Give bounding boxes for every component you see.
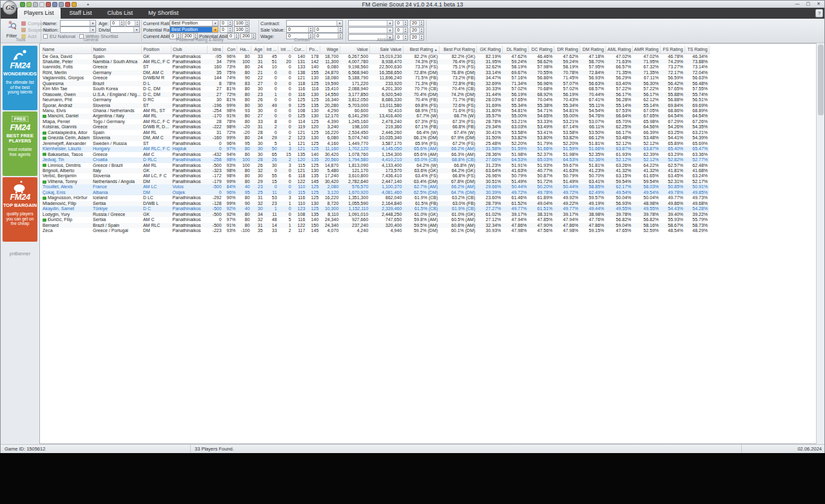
column-header-amr-rating[interactable]: AMR Rating <box>632 46 660 53</box>
cell: Panathinaikos <box>171 119 208 124</box>
table-row[interactable]: Otasowie, OwenU.S.A. / England / Nig...D… <box>41 92 709 97</box>
age-to-spinner[interactable]: 0▴▾ <box>126 20 140 26</box>
table-row[interactable]: Jeremejeff, AlexanderSweden / RussiaSTPa… <box>41 141 709 146</box>
sale-value-to-spinner[interactable]: 0▴▾ <box>315 26 343 33</box>
column-header-fs-rating[interactable]: FS Rating <box>660 46 684 53</box>
table-row[interactable]: Lodygin, YuryRussia / GreeceGKPanathinai… <box>41 212 709 217</box>
table-row[interactable]: Mancini, DanielArgentina / ItalyAM RLPan… <box>41 113 709 119</box>
banner-wonderkids[interactable]: FM24 WONDERKIDS the ultimate list of the… <box>3 46 37 110</box>
table-row[interactable]: Kim Min TaeSouth KoreaD C, DMPanathinaik… <box>41 86 709 92</box>
attribute-to-spinner-2[interactable]: 20▴▾ <box>410 27 424 34</box>
table-row[interactable]: Mlapa, PenielTogo / GermanyAM RLC, F CPa… <box>41 119 709 124</box>
table-row[interactable]: Akaydin, SametTürkiyeD CPanathinaikos-50… <box>41 206 709 211</box>
table-row[interactable]: Gnezda Čerin, AdamSloveniaDM, AM CPanath… <box>41 135 709 141</box>
table-row[interactable]: Ioannidis, FotisGreeceSTPanathinaikos160… <box>41 64 709 70</box>
potential-rating-combobox[interactable]: Best Position▾ <box>170 26 218 33</box>
vertical-scrollbar[interactable] <box>816 43 824 444</box>
attribute-from-spinner-2[interactable]: 0▴▾ <box>395 27 408 34</box>
attribute-from-spinner-1[interactable]: 0▴▾ <box>395 20 408 26</box>
column-header-dl-rating[interactable]: DL Rating <box>502 46 528 53</box>
table-row[interactable]: QuaresmaBrazilD LPanathinaikos878%832700… <box>41 81 709 86</box>
table-row[interactable]: Limnios, DimitrisGreece / BrazilAM RLPan… <box>41 163 709 168</box>
tab-my-shortlist[interactable]: My Shortlist <box>142 8 185 19</box>
column-header-best-pot-rating[interactable]: Best Pot Rating <box>439 46 476 53</box>
table-row[interactable]: Trouillet, AlexisFranceAM LCVolos-50084%… <box>41 184 709 189</box>
table-row[interactable]: Šporar, AndražSloveniaSTPanathinaikos-19… <box>41 103 709 108</box>
column-header-ha[interactable]: Ha... <box>237 46 251 53</box>
division-combobox[interactable]: ▾ <box>110 26 140 33</box>
column-header-position[interactable]: Position <box>142 46 171 53</box>
table-row[interactable]: ZecaGreece / PortugalDMPanathinaikos-223… <box>41 228 709 233</box>
column-header-nation[interactable]: Nation <box>92 46 142 53</box>
column-header-int[interactable]: Int ... <box>278 46 293 53</box>
table-row[interactable]: Magnússon, HörðurIcelandD LCPanathinaiko… <box>41 195 709 200</box>
banner-top-bargain[interactable]: FM24 TOP BARGAIN quality players you can… <box>3 177 37 242</box>
cell: 4,160 <box>320 141 340 146</box>
table-row[interactable]: Vagiannidis, GiorgosGreeceD/WB/M RPanath… <box>41 75 709 81</box>
table-row[interactable]: Brignoli, AlbertoItalyGKPanathinaikos-32… <box>41 168 709 173</box>
current-rating-to-spinner[interactable]: 100▴▾ <box>234 20 249 26</box>
attribute-select-1[interactable]: ▾ <box>348 20 393 26</box>
banner-best-free-players[interactable]: FREE FM24 BEST FREE PLAYERS most notable… <box>3 111 37 176</box>
nation-combobox[interactable]: ▾ <box>60 26 96 33</box>
column-header-con[interactable]: Con <box>223 46 237 53</box>
column-header-age[interactable]: Age <box>251 46 264 53</box>
column-header-dm-rating[interactable]: DM Rating <box>579 46 605 53</box>
potential-rating-from-spinner[interactable]: 0▴▾ <box>220 26 233 33</box>
column-header-ts-rating[interactable]: TS Rating <box>684 46 709 53</box>
column-header-cur[interactable]: Cur... <box>293 46 307 53</box>
table-row[interactable]: Röhl, MerlinGermanyDM, AM CPanathinaikos… <box>41 70 709 75</box>
filter-button[interactable]: Filter <box>3 20 20 38</box>
column-header-best-rating[interactable]: Best Rating▲ <box>403 46 439 53</box>
column-header-dr-rating[interactable]: DR Rating <box>554 46 579 53</box>
maximize-button[interactable]: ▢ <box>806 1 811 7</box>
table-row[interactable]: Đuričić, FilipSerbiaAM CPanathinaikos097… <box>41 217 709 222</box>
column-header-sale-value[interactable]: Sale Value <box>369 46 403 53</box>
cell: 99% <box>223 103 237 108</box>
app-logo-icon[interactable]: GS <box>3 1 17 15</box>
column-header-gk-rating[interactable]: GK Rating <box>476 46 502 53</box>
column-header-club[interactable]: Club <box>171 46 208 53</box>
age-from-spinner[interactable]: 0▴▾ <box>110 20 124 26</box>
column-header-idns[interactable]: Idns <box>208 46 223 53</box>
tab-staff-list[interactable]: Staff List <box>63 8 99 19</box>
table-row[interactable]: Shalulile, PeterNamibia / South AfricaAM… <box>41 59 709 64</box>
cell: 14 <box>264 223 278 228</box>
current-rating-from-spinner[interactable]: 0▴▾ <box>220 20 233 26</box>
attribute-to-spinner-1[interactable]: 20▴▾ <box>410 20 424 26</box>
tab-players-list[interactable]: Players List <box>17 8 61 19</box>
table-row[interactable]: De Gea, DavidSpainGKPanathinaikos-9596%8… <box>41 53 709 59</box>
column-header-name[interactable]: Name <box>41 46 92 53</box>
column-header-value[interactable]: Value <box>340 46 369 53</box>
current-rating-combobox[interactable]: Best Position▾ <box>170 20 218 26</box>
table-row[interactable]: Kleinheisler, LászlóHungaryAM RLC, F CHa… <box>41 146 709 151</box>
table-row[interactable]: Manu, ElvisGhana / NetherlandsAM RL, STP… <box>41 108 709 113</box>
tab-clubs-list[interactable]: Clubs List <box>101 8 139 19</box>
table-row[interactable]: Neumann, PhilGermanyD RCPanathinaikos308… <box>41 97 709 102</box>
cell: 69.8% (FS) <box>403 103 439 108</box>
name-combobox[interactable]: ▾ <box>60 20 96 26</box>
close-button[interactable]: ✕ <box>817 1 820 7</box>
table-row[interactable]: Bakasetas, TasosGreeceAM CPanathinaikos-… <box>41 152 709 157</box>
table-row[interactable]: BernardBrazil / SpainAM RLCPanathinaikos… <box>41 223 709 228</box>
column-header-int[interactable]: Int ... <box>264 46 278 53</box>
table-row[interactable]: Cantalapiedra, AitorSpainAM RLPanathinai… <box>41 130 709 135</box>
column-header-dc-rating[interactable]: DC Rating <box>528 46 554 53</box>
table-row[interactable]: Jedvaj, TinCroatiaD RLCPanathinaikos-258… <box>41 157 709 162</box>
sale-value-from-spinner[interactable]: 0▴▾ <box>286 26 313 33</box>
column-header-wage[interactable]: Wage <box>320 46 340 53</box>
column-header-aml-rating[interactable]: AML Rating <box>605 46 632 53</box>
column-header-po[interactable]: Po... <box>306 46 320 53</box>
table-row[interactable]: Çokaj, EnisAlbaniaDMOsijek096%9525110115… <box>41 190 709 195</box>
table-row[interactable]: Kotsiras, GiannisGreeceD/WB R, D...Panat… <box>41 124 709 130</box>
help-button[interactable]: ? <box>815 9 823 17</box>
scrollbar-thumb[interactable] <box>818 44 824 115</box>
attribute-select-2[interactable]: ▾ <box>348 27 393 34</box>
potential-rating-to-spinner[interactable]: 100▴▾ <box>234 26 249 33</box>
contract-combobox[interactable]: ▾ <box>286 20 343 26</box>
table-row[interactable]: Mladenović, FilipSerbiaD/WB LPanathinaik… <box>41 201 709 206</box>
table-row[interactable]: Vilhena, TonnyNetherlands / AngolaDMPana… <box>41 179 709 184</box>
minimize-button[interactable]: — <box>795 1 800 7</box>
cell: Panathinaikos <box>171 103 208 108</box>
table-row[interactable]: Verbić, BenjaminSloveniaAM LC, F CPanath… <box>41 173 709 179</box>
